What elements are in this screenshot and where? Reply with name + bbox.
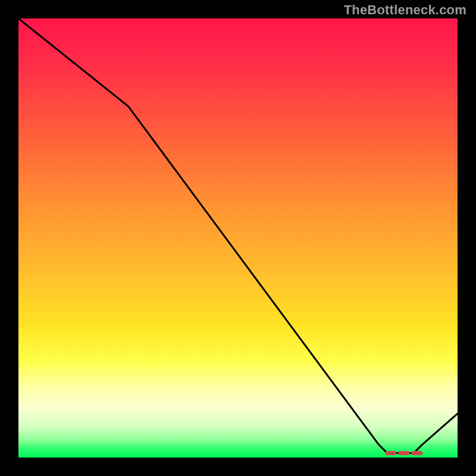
data-curve: [18, 18, 458, 453]
chart-frame: TheBottleneck.com: [0, 0, 476, 476]
watermark-text: TheBottleneck.com: [344, 2, 466, 18]
plot-area: [18, 18, 458, 458]
chart-svg: [18, 18, 458, 458]
